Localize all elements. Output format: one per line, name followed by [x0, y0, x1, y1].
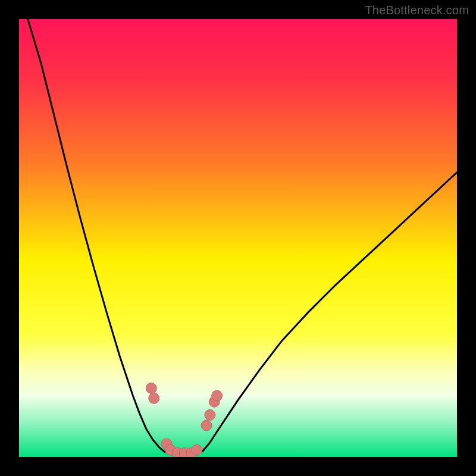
data-marker: [146, 383, 156, 393]
chart-frame: TheBottleneck.com: [0, 0, 476, 476]
data-marker: [192, 444, 202, 455]
gradient-background: [19, 19, 457, 457]
bottleneck-chart: [19, 19, 457, 457]
data-marker: [201, 420, 212, 431]
data-marker: [149, 393, 159, 403]
watermark-text: TheBottleneck.com: [365, 4, 469, 17]
data-marker: [212, 390, 223, 401]
data-marker: [205, 409, 215, 420]
